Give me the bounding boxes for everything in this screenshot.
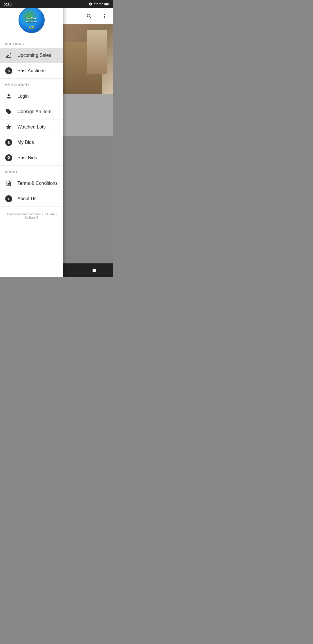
gavel-icon — [5, 51, 13, 59]
auctions-section-header: AUCTIONS — [0, 38, 63, 48]
info-icon: i — [5, 195, 13, 203]
about-us-label: About Us — [17, 196, 37, 201]
version-text: 11411-vanzantauctions-BETA-UAT-5a6beef8 — [0, 207, 63, 225]
upcoming-sales-label: Upcoming Sales — [17, 53, 51, 58]
battery-icon — [104, 2, 110, 6]
sidebar-item-login[interactable]: Login — [0, 89, 63, 104]
person-icon — [5, 92, 13, 100]
watched-lots-label: Watched Lots — [17, 124, 46, 130]
terms-icon — [5, 179, 13, 187]
past-bids-icon — [5, 154, 13, 162]
sidebar-item-past-auctions[interactable]: $ Past Auctions — [0, 63, 63, 79]
about-section-header: ABOUT — [0, 166, 63, 176]
navigation-drawer: VanZant Auctions AUCTIONS Upcoming Sales… — [0, 0, 63, 277]
login-label: Login — [17, 94, 29, 99]
logo-text: VanZant Auctions — [26, 17, 37, 23]
tag-icon — [5, 108, 13, 116]
sidebar-item-my-bids[interactable]: $ My Bids — [0, 135, 63, 150]
star-icon — [5, 123, 13, 131]
my-bids-label: My Bids — [17, 140, 34, 145]
signal-icon — [99, 2, 103, 6]
past-bids-label: Past Bids — [17, 155, 37, 160]
svg-rect-1 — [105, 3, 108, 5]
search-icon — [86, 13, 92, 19]
consign-label: Consign An Item — [17, 109, 51, 114]
sidebar-item-about-us[interactable]: i About Us — [0, 191, 63, 207]
sidebar-item-upcoming-sales[interactable]: Upcoming Sales — [0, 48, 63, 63]
wifi-icon — [94, 2, 98, 6]
my-account-section-header: MY ACCOUNT — [0, 79, 63, 89]
app-bar-icons — [84, 11, 110, 21]
status-time: 5:13 — [3, 2, 12, 6]
past-auctions-label: Past Auctions — [17, 68, 46, 73]
search-button[interactable] — [84, 11, 94, 21]
sidebar-item-watched-lots[interactable]: Watched Lots — [0, 120, 63, 135]
past-auctions-icon: $ — [5, 67, 13, 75]
status-bar: 5:13 — [0, 0, 113, 8]
more-options-button[interactable] — [99, 11, 110, 21]
sidebar-item-terms[interactable]: Terms & Conditions — [0, 176, 63, 191]
sidebar-item-past-bids[interactable]: Past Bids — [0, 150, 63, 166]
status-icons — [89, 2, 110, 6]
my-bids-icon: $ — [5, 138, 13, 146]
sidebar-item-consign[interactable]: Consign An Item — [0, 104, 63, 120]
recents-button[interactable]: ■ — [87, 263, 101, 277]
terms-label: Terms & Conditions — [17, 181, 58, 186]
svg-rect-2 — [109, 4, 109, 5]
more-vert-icon — [101, 13, 108, 19]
settings-icon — [89, 2, 93, 6]
app-logo: VanZant Auctions — [19, 7, 45, 33]
